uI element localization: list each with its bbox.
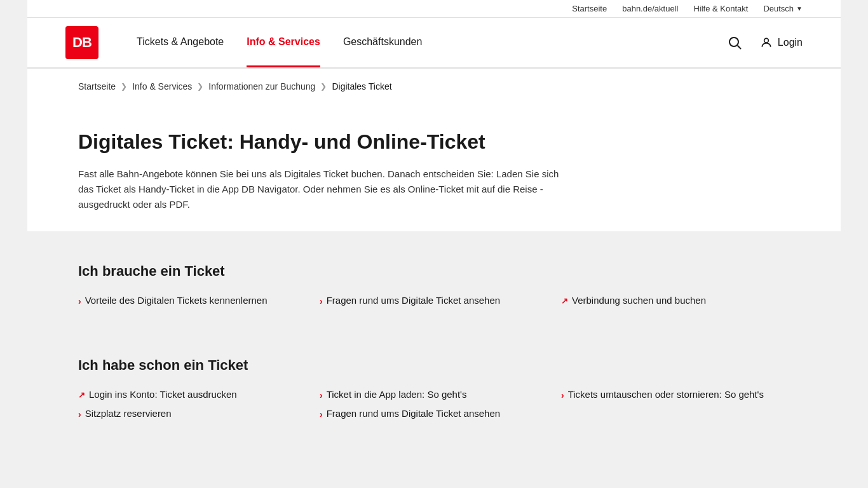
top-bar-aktuell[interactable]: bahn.de/aktuell (622, 4, 678, 13)
page-title: Digitales Ticket: Handy- und Online-Tick… (78, 130, 790, 154)
breadcrumb-sep-2: ❯ (197, 82, 203, 91)
section2-title: Ich habe schon ein Ticket (78, 357, 790, 374)
breadcrumb-info[interactable]: Info & Services (132, 81, 192, 92)
link-umtauschen-label: Tickets umtauschen oder stornieren: So g… (568, 389, 764, 400)
section-habe-ticket: Ich habe schon ein Ticket ↗ Login ins Ko… (78, 338, 790, 432)
section1-title: Ich brauche ein Ticket (78, 263, 790, 280)
link-vorteile[interactable]: › Vorteile des Digitalen Tickets kennenl… (78, 295, 307, 306)
nav-right: Login (722, 30, 803, 55)
link-umtauschen[interactable]: › Tickets umtauschen oder stornieren: So… (561, 389, 790, 400)
link-arrow-fragen1: › (320, 296, 323, 306)
language-selector[interactable]: Deutsch ▼ (763, 4, 803, 13)
link-app-label: Ticket in die App laden: So geht's (327, 389, 467, 400)
breadcrumb-buchung[interactable]: Informationen zur Buchung (208, 81, 315, 92)
breadcrumb-current: Digitales Ticket (332, 81, 391, 92)
chevron-down-icon: ▼ (796, 5, 803, 12)
search-icon (727, 35, 742, 50)
link-arrow-fragen2: › (320, 409, 323, 419)
top-bar: Startseite bahn.de/aktuell Hilfe & Konta… (27, 0, 841, 18)
link-arrow-sitzplatz: › (78, 409, 81, 419)
link-sitzplatz-label: Sitzplatz reservieren (85, 408, 172, 419)
nav-tickets[interactable]: Tickets & Angebote (137, 18, 224, 67)
language-label: Deutsch (763, 4, 794, 13)
svg-point-2 (764, 38, 769, 43)
svg-line-1 (737, 46, 741, 50)
link-fragen1[interactable]: › Fragen rund ums Digitale Ticket ansehe… (320, 295, 548, 306)
breadcrumb-sep-3: ❯ (320, 82, 327, 91)
main-navigation: DB Tickets & Angebote Info & Services Ge… (27, 18, 841, 69)
section-brauche-ticket: Ich brauche ein Ticket › Vorteile des Di… (78, 244, 790, 319)
link-arrow-verbindung: ↗ (561, 296, 568, 306)
breadcrumb: Startseite ❯ Info & Services ❯ Informati… (27, 69, 841, 104)
link-sitzplatz[interactable]: › Sitzplatz reservieren (78, 408, 307, 419)
link-arrow-vorteile: › (78, 296, 81, 306)
top-bar-hilfe[interactable]: Hilfe & Kontakt (693, 4, 748, 13)
breadcrumb-home[interactable]: Startseite (78, 81, 116, 92)
link-arrow-umtauschen: › (561, 390, 564, 400)
link-fragen2-label: Fragen rund ums Digitale Ticket ansehen (327, 408, 500, 419)
user-icon (760, 36, 773, 49)
search-button[interactable] (722, 30, 747, 55)
link-arrow-app: › (320, 390, 323, 400)
link-login-label: Login ins Konto: Ticket ausdrucken (89, 389, 237, 400)
top-bar-startseite[interactable]: Startseite (572, 4, 607, 13)
section1-links: › Vorteile des Digitalen Tickets kennenl… (78, 295, 790, 306)
breadcrumb-sep-1: ❯ (121, 82, 127, 91)
login-label: Login (778, 37, 803, 48)
link-fragen1-label: Fragen rund ums Digitale Ticket ansehen (327, 295, 500, 306)
link-fragen2[interactable]: › Fragen rund ums Digitale Ticket ansehe… (320, 408, 548, 419)
nav-geschaeftskunden[interactable]: Geschäftskunden (343, 18, 423, 67)
svg-point-0 (729, 37, 738, 46)
logo-container[interactable]: DB (65, 26, 98, 59)
login-button[interactable]: Login (760, 36, 803, 49)
hero-description: Fast alle Bahn-Angebote können Sie bei u… (78, 166, 574, 212)
link-verbindung-label: Verbindung suchen und buchen (572, 295, 706, 306)
link-vorteile-label: Vorteile des Digitalen Tickets kennenler… (85, 295, 268, 306)
link-login[interactable]: ↗ Login ins Konto: Ticket ausdrucken (78, 389, 307, 400)
section2-links: ↗ Login ins Konto: Ticket ausdrucken › T… (78, 389, 790, 419)
nav-info-services[interactable]: Info & Services (247, 18, 320, 67)
link-app[interactable]: › Ticket in die App laden: So geht's (320, 389, 548, 400)
link-verbindung[interactable]: ↗ Verbindung suchen und buchen (561, 295, 790, 306)
hero-section: Digitales Ticket: Handy- und Online-Tick… (27, 104, 841, 231)
content-sections: Ich brauche ein Ticket › Vorteile des Di… (27, 231, 841, 477)
nav-items: Tickets & Angebote Info & Services Gesch… (137, 18, 696, 67)
db-logo: DB (65, 26, 98, 59)
link-arrow-login: ↗ (78, 390, 85, 400)
